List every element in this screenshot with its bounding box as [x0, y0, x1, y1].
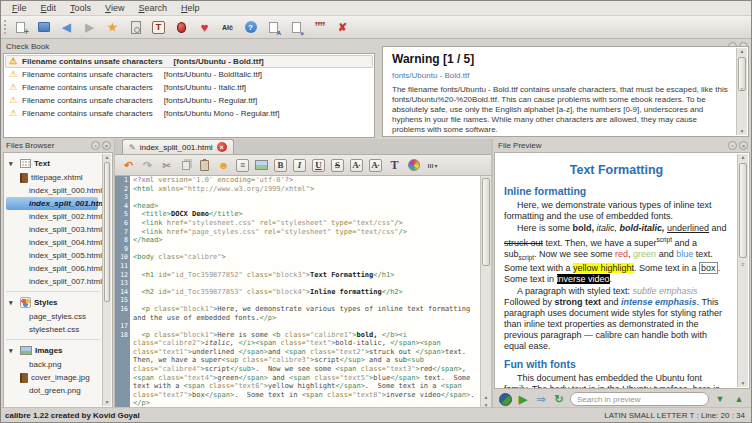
file-item-cover_image.jpg[interactable]: cover_image.jpg	[6, 371, 100, 384]
scrollbar-thumb[interactable]	[739, 163, 747, 258]
scroll-up-icon[interactable]: ▲	[737, 48, 747, 55]
smarten-punctuation-icon[interactable]: ””	[310, 18, 329, 36]
files-scrollbar[interactable]: ▲ ▼	[102, 154, 111, 406]
chevron-down-icon[interactable]: ▾	[9, 347, 17, 355]
tree-section-text[interactable]: ▾Text	[6, 156, 100, 171]
play-icon[interactable]: ▶	[515, 391, 531, 407]
file-item-index_split_007.html[interactable]: index_split_007.html	[6, 275, 100, 288]
warning-panel: Warning [1 / 5] fonts/Ubuntu - Bold.ttf …	[382, 46, 749, 137]
tree-section-styles[interactable]: ▾Styles	[6, 295, 100, 310]
tree-section-images[interactable]: ▾Images	[6, 343, 100, 358]
spell-check-icon[interactable]: Ałč	[218, 18, 237, 36]
file-item-dot_green.png[interactable]: dot_green.png	[6, 384, 100, 397]
scrollbar-thumb[interactable]	[104, 162, 110, 302]
float-panel-icon[interactable]: ▫	[728, 141, 737, 150]
save-icon[interactable]	[34, 18, 53, 36]
strikethrough-icon[interactable]: S	[329, 157, 346, 173]
menu-search[interactable]: Search	[131, 2, 174, 14]
style-dropdown-icon[interactable]: ııı▾	[424, 157, 441, 173]
italic-icon[interactable]: I	[291, 157, 308, 173]
warning-scrollbar[interactable]: ▲ ≡ ▼	[736, 48, 747, 135]
file-item-page_styles.css[interactable]: page_styles.css	[6, 310, 100, 323]
copy-icon[interactable]	[177, 157, 194, 173]
menu-file[interactable]: File	[5, 2, 34, 14]
chevron-down-icon[interactable]: ▾	[9, 160, 17, 168]
check-book-item[interactable]: ⚠Filename contains unsafe characters[fon…	[5, 94, 373, 107]
check-book-item[interactable]: ⚠Filename contains unsafe characters[fon…	[5, 107, 373, 120]
warning-file-link[interactable]: fonts/Ubuntu - Bold.ttf	[392, 71, 728, 80]
editor-panel: ✎ index_split_001.html × ↶↷✂☻≡BIUSA▪A▪Tı…	[114, 139, 491, 409]
scrollbar-thumb[interactable]	[482, 178, 490, 266]
find-prev-icon[interactable]: ▲	[731, 391, 747, 407]
float-panel-icon[interactable]: ▫	[91, 141, 100, 150]
check-book-icon[interactable]	[172, 18, 191, 36]
scroll-up-icon[interactable]: ▲	[103, 154, 111, 161]
file-item-label: index_split_004.html	[29, 238, 102, 247]
fonts-icon[interactable]: T	[149, 18, 168, 36]
scroll-up-icon[interactable]: ▲	[738, 154, 748, 161]
file-item-index_split_002.html[interactable]: index_split_002.html	[6, 210, 100, 223]
check-book-item[interactable]: ⚠Filename contains unsafe characters[fon…	[5, 55, 373, 68]
undo-icon[interactable]: ↶	[120, 157, 137, 173]
close-panel-icon[interactable]: ×	[739, 141, 748, 150]
format-block-icon[interactable]: ≡	[234, 157, 251, 173]
archive-icon[interactable]	[126, 18, 145, 36]
cut-icon[interactable]: ✂	[158, 157, 175, 173]
line-number: 13	[115, 279, 130, 288]
menu-tools[interactable]: Tools	[63, 2, 98, 14]
chevron-down-icon[interactable]: ▾	[9, 299, 17, 307]
preview-scrollbar[interactable]: ▲ ≡ ▼	[737, 154, 748, 387]
file-item-back.png[interactable]: back.png	[6, 358, 100, 371]
back-icon[interactable]: ◀	[57, 18, 76, 36]
preview-heading3: Fun with fonts	[504, 358, 729, 370]
redo-icon[interactable]: ↷	[139, 157, 156, 173]
file-item-index_split_005.html[interactable]: index_split_005.html	[6, 249, 100, 262]
scroll-down-icon[interactable]: ▼	[738, 380, 748, 387]
superscript-icon[interactable]: A▪	[348, 157, 365, 173]
wand-icon[interactable]: ★	[103, 18, 122, 36]
search-in-preview-input[interactable]	[570, 392, 709, 406]
scroll-down-icon[interactable]: ▼	[103, 399, 111, 406]
file-item-titlepage.xhtml[interactable]: titlepage.xhtml	[6, 171, 100, 184]
donate-icon[interactable]: ♥	[195, 18, 214, 36]
file-item-index_split_001.html[interactable]: index_split_001.html	[6, 197, 98, 210]
insert-font-icon[interactable]: T	[386, 157, 403, 173]
file-item-index_split_006.html[interactable]: index_split_006.html	[6, 262, 100, 275]
swap-icon[interactable]	[497, 391, 513, 407]
refresh-icon[interactable]: ↻	[551, 391, 567, 407]
warning-icon: ⚠	[9, 96, 17, 105]
reports-icon[interactable]: ◆	[287, 18, 306, 36]
file-item-stylesheet.css[interactable]: stylesheet.css	[6, 323, 100, 336]
dock-buttons: ▫×	[91, 141, 111, 150]
code-editor[interactable]: 1<?xml version='1.0' encoding='utf-8'?>2…	[115, 176, 491, 409]
background-color-icon[interactable]	[405, 157, 422, 173]
editor-tab[interactable]: ✎ index_split_001.html ×	[122, 139, 234, 154]
subscript-icon[interactable]: A▪	[367, 157, 384, 173]
split-icon[interactable]: ⇒	[533, 391, 549, 407]
arrange-icon[interactable]: A	[264, 18, 283, 36]
forward-icon[interactable]: ▶	[80, 18, 99, 36]
menu-help[interactable]: Help	[174, 2, 207, 14]
close-panel-icon[interactable]: ×	[102, 141, 111, 150]
file-item-index_split_003.html[interactable]: index_split_003.html	[6, 223, 100, 236]
scroll-down-icon[interactable]: ▼	[737, 128, 747, 135]
new-file-icon[interactable]: +	[11, 18, 30, 36]
scroll-up-icon[interactable]: ▲	[481, 394, 491, 401]
bold-icon[interactable]: B	[272, 157, 289, 173]
paste-icon[interactable]	[196, 157, 213, 173]
remove-unused-css-icon[interactable]: ✘	[333, 18, 352, 36]
underline-icon[interactable]: U	[310, 157, 327, 173]
check-book-item[interactable]: ⚠Filename contains unsafe characters[fon…	[5, 68, 373, 81]
insert-image-icon[interactable]	[253, 157, 270, 173]
menu-view[interactable]: View	[98, 2, 131, 14]
editor-scrollbar[interactable]: ▲ ▼	[480, 176, 491, 409]
menu-edit[interactable]: Edit	[34, 2, 64, 14]
check-book-item[interactable]: ⚠Filename contains unsafe characters[fon…	[5, 81, 373, 94]
file-item-index_split_000.html[interactable]: index_split_000.html	[6, 184, 100, 197]
file-item-index_split_004.html[interactable]: index_split_004.html	[6, 236, 100, 249]
tab-close-icon[interactable]: ×	[217, 142, 227, 152]
find-next-icon[interactable]: ▼	[712, 391, 728, 407]
warning-title: Warning [1 / 5]	[392, 52, 728, 66]
help-icon[interactable]: ?	[241, 18, 260, 36]
special-char-icon[interactable]: ☻	[215, 157, 232, 173]
